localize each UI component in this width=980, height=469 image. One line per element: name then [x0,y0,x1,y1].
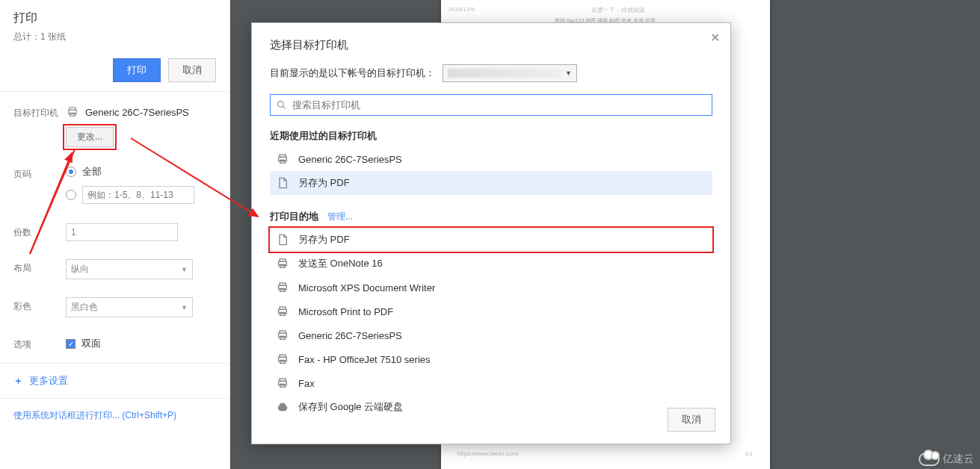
layout-label: 布局 [13,259,66,275]
svg-marker-26 [277,403,287,411]
color-select[interactable]: 黑白色 ▼ [66,297,193,317]
file-icon [276,233,289,246]
destination-label: 目标打印机 [13,104,66,119]
printer-item[interactable]: 另存为 PDF [270,228,712,252]
row-color: 彩色 黑白色 ▼ [0,288,229,326]
chevron-down-icon: ▼ [181,304,188,311]
printer-item-label: 另存为 PDF [298,176,350,190]
printer-item[interactable]: 另存为 PDF [270,171,712,195]
printer-icon [276,281,289,294]
pages-all-radio[interactable]: 全部 [66,165,216,178]
printer-item[interactable]: 发送至 OneNote 16 [270,252,712,276]
printer-item[interactable]: Microsoft XPS Document Writer [270,276,712,299]
printer-item[interactable]: Generic 26C-7SeriesPS [270,147,712,171]
account-select[interactable]: ▼ [443,64,577,82]
printer-item[interactable]: Fax [270,371,712,395]
svg-rect-13 [280,288,286,291]
chevron-down-icon: ▼ [565,69,572,77]
manage-link[interactable]: 管理... [327,211,353,223]
cancel-button[interactable]: 取消 [168,58,216,82]
destination-value-line: Generic 26C-7SeriesPS [66,104,216,118]
printer-item[interactable]: Generic 26C-7SeriesPS [270,323,712,347]
close-icon[interactable]: ✕ [710,31,720,45]
options-label: 选项 [13,335,66,351]
pages-all-label: 全部 [82,165,102,178]
printer-item-label: 保存到 Google 云端硬盘 [298,400,403,414]
row-destination: 目标打印机 Generic 26C-7SeriesPS 更改... [0,95,229,156]
watermark: 亿速云 [919,453,974,466]
row-pages: 页码 全部 [0,156,229,214]
sidebar-buttons: 打印 取消 [0,49,229,92]
printer-item-label: Generic 26C-7SeriesPS [298,154,402,165]
destinations-list: 另存为 PDF发送至 OneNote 16Microsoft XPS Docum… [270,228,712,419]
row-copies: 份数 [0,214,229,250]
preview-headline: 百度一下，你就知道 [591,6,645,14]
chevron-down-icon: ▼ [181,266,188,273]
printer-icon [276,152,289,166]
check-icon: ✓ [66,339,75,349]
search-icon [277,100,286,110]
svg-line-4 [283,106,285,108]
more-settings-button[interactable]: ＋ 更多设置 [0,363,229,398]
svg-rect-19 [280,336,286,339]
printer-item[interactable]: 保存到 Google 云端硬盘 [270,395,712,419]
modal-cancel-button[interactable]: 取消 [668,408,715,432]
printer-item-label: Generic 26C-7SeriesPS [298,330,402,341]
search-box[interactable] [270,94,712,116]
system-dialog-link[interactable]: 使用系统对话框进行打印... (Ctrl+Shift+P) [0,398,229,432]
account-filter-line: 目前显示的是以下帐号的目标打印机： ▼ [270,64,712,82]
print-sidebar: 打印 总计：1 张纸 打印 取消 目标打印机 Generic 26C-7Seri… [0,0,230,469]
printer-item[interactable]: Fax - HP OfficeJet 7510 series [270,347,712,371]
printer-icon [276,376,289,390]
print-button[interactable]: 打印 [113,58,161,82]
copies-input[interactable] [66,223,178,241]
svg-rect-16 [280,312,286,315]
svg-point-3 [278,102,284,108]
preview-page-num: 1/1 [745,450,753,457]
printer-item-label: Fax - HP OfficeJet 7510 series [298,354,431,365]
printer-item-label: Microsoft XPS Document Writer [298,282,435,293]
pages-label: 页码 [13,165,66,181]
printer-icon [276,329,289,342]
copies-label: 份数 [13,223,66,239]
cloud-icon [919,453,940,466]
printer-item-label: Fax [298,378,315,389]
printer-item-label: 另存为 PDF [298,233,350,246]
printer-icon [276,257,289,270]
total-sheets: 总计：1 张纸 [13,31,216,43]
destinations-section-label: 打印目的地 管理... [270,210,712,223]
plus-icon: ＋ [13,374,23,388]
file-icon [276,176,289,190]
layout-select[interactable]: 纵向 ▼ [66,259,193,279]
printer-item[interactable]: Microsoft Print to PDF [270,299,712,323]
pages-range-radio[interactable] [66,186,216,204]
row-layout: 布局 纵向 ▼ [0,250,229,288]
pages-range-input[interactable] [82,186,194,204]
destination-value: Generic 26C-7SeriesPS [85,107,189,118]
recent-list: Generic 26C-7SeriesPS另存为 PDF [270,147,712,195]
row-options: 选项 ✓ 双面 [0,326,229,360]
printer-icon [66,106,79,118]
change-destination-button[interactable]: 更改... [66,127,114,147]
modal-title: 选择目标打印机 [270,38,712,52]
printer-icon [276,352,289,366]
printer-item-label: 发送至 OneNote 16 [298,257,383,270]
preview-date: 2018/12/6 [449,6,475,14]
printer-icon [276,305,289,318]
svg-rect-10 [280,264,286,267]
print-title: 打印 [13,10,216,26]
sidebar-header: 打印 总计：1 张纸 [0,0,229,49]
preview-url: https://www.baidu.com/ [457,450,519,457]
svg-rect-22 [280,360,286,363]
search-input[interactable] [292,99,706,111]
recent-section-label: 近期使用过的目标打印机 [270,129,712,143]
printer-item-label: Microsoft Print to PDF [298,306,393,317]
select-destination-modal: ✕ 选择目标打印机 目前显示的是以下帐号的目标打印机： ▼ 近期使用过的目标打印… [251,22,731,444]
color-label: 彩色 [13,297,66,313]
drive-icon [276,400,289,414]
duplex-checkbox[interactable]: ✓ 双面 [66,335,216,350]
